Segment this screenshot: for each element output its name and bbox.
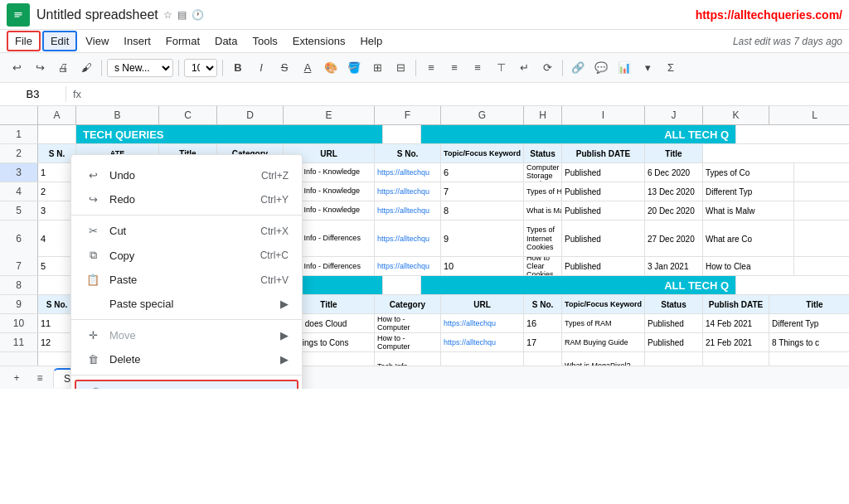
cell-name-box[interactable]: B3 [0,86,66,102]
cell-11j[interactable]: Published [645,333,703,351]
cell-11f[interactable]: How to - Computer [375,333,441,351]
cell-4g[interactable]: 7 [441,182,524,201]
ctx-cut[interactable]: ✂ Cut Ctrl+X [71,219,302,243]
valign-btn[interactable]: ⊤ [491,58,511,78]
cell-3l[interactable]: Types of Co [703,163,794,182]
menu-view[interactable]: View [79,32,115,50]
history-icon[interactable]: 🕐 [192,9,204,21]
cell-8h[interactable] [383,276,421,294]
cell-5i[interactable]: Published [562,201,645,220]
col-a[interactable]: A [38,106,76,124]
cell-6g[interactable]: 9 [441,220,524,257]
col-j[interactable]: J [645,106,703,124]
star-icon[interactable]: ☆ [163,9,172,21]
cell-7j[interactable]: 3 Jan 2021 [645,257,703,275]
col-c[interactable]: C [159,106,217,124]
formula-input[interactable] [88,86,849,102]
cell-9i[interactable]: Topic/Focus Keyword [562,295,645,313]
size-selector[interactable]: 10 [184,59,217,77]
menu-file[interactable]: File [7,31,41,51]
col-k[interactable]: K [703,106,769,124]
col-g[interactable]: G [441,106,524,124]
ctx-move[interactable]: ✛ Move ▶ [71,323,302,347]
cell-4j[interactable]: 13 Dec 2020 [645,182,703,201]
cell-2g[interactable]: Topic/Focus Keyword [441,144,524,162]
ctx-copy[interactable]: ⧉ Copy Ctrl+C [71,243,302,268]
cell-7f[interactable]: https://alltechqu [375,257,441,275]
col-b[interactable]: B [76,106,159,124]
cell-2h[interactable]: Status [524,144,562,162]
cell-5h[interactable]: What is Malware [524,201,562,220]
cell-10l[interactable]: Different Typ [769,314,849,332]
cell-9l[interactable]: Title [769,295,849,313]
formula-btn[interactable]: Σ [661,58,681,78]
redo-btn[interactable]: ↪ [30,58,50,78]
underline-btn[interactable]: A [298,58,318,78]
cell-10k[interactable]: 14 Feb 2021 [703,314,769,332]
cell-1h[interactable] [383,125,421,143]
menu-format[interactable]: Format [159,32,206,50]
ctx-delete[interactable]: 🗑 Delete ▶ [71,347,302,371]
cell-5j[interactable]: 20 Dec 2020 [645,201,703,220]
cell-3i[interactable]: Published [562,163,645,182]
col-d[interactable]: D [217,106,284,124]
text-wrap-btn[interactable]: ↵ [514,58,534,78]
cell-7l[interactable]: How to Clea [703,257,794,275]
cell-11l[interactable]: 8 Things to c [769,333,849,351]
col-i[interactable]: I [562,106,645,124]
ctx-redo[interactable]: ↪ Redo Ctrl+Y [71,187,302,211]
cell-1a[interactable] [38,125,76,143]
cell-10j[interactable]: Published [645,314,703,332]
cell-3j[interactable]: 6 Dec 2020 [645,163,703,182]
cell-4h[interactable]: Types of Hard Drives [524,182,562,201]
cell-2j[interactable]: Title [645,144,703,162]
cell-9g[interactable]: URL [441,295,524,313]
cell-10i[interactable]: Types of RAM [562,314,645,332]
col-e[interactable]: E [284,106,375,124]
cell-9h[interactable]: S No. [524,295,562,313]
ctx-paste-special[interactable]: Paste special ▶ [71,292,302,316]
undo-btn[interactable]: ↩ [7,58,27,78]
ctx-undo[interactable]: ↩ Undo Ctrl+Z [71,163,302,187]
cell-5g[interactable]: 8 [441,201,524,220]
cell-6j[interactable]: 27 Dec 2020 [645,220,703,257]
merge-btn[interactable]: ⊟ [391,58,410,78]
align-left-btn[interactable]: ≡ [421,58,441,78]
cell-3f[interactable]: https://alltechqu [375,163,441,182]
cell-4i[interactable]: Published [562,182,645,201]
cell-10f[interactable]: How to - Computer [375,314,441,332]
text-color-btn[interactable]: 🎨 [321,58,341,78]
comment-btn[interactable]: 💬 [591,58,611,78]
align-right-btn[interactable]: ≡ [468,58,488,78]
strikethrough-btn[interactable]: S [274,58,294,78]
italic-btn[interactable]: I [251,58,271,78]
chart-btn[interactable]: 📊 [614,58,634,78]
cell-6h[interactable]: Types of Internet Cookies [524,220,562,257]
cell-4l[interactable]: Different Typ [703,182,794,201]
cell-5f[interactable]: https://alltechqu [375,201,441,220]
add-sheet-btn[interactable]: + [7,368,27,388]
col-l[interactable]: L [769,106,849,124]
drive-icon[interactable]: ▤ [177,9,187,21]
cell-9j[interactable]: Status [645,295,703,313]
link-btn[interactable]: 🔗 [568,58,588,78]
cell-7i[interactable]: Published [562,257,645,275]
cell-11h[interactable]: 17 [524,333,562,351]
cell-3g[interactable]: 6 [441,163,524,182]
menu-help[interactable]: Help [353,32,389,50]
cell-3h[interactable]: Types of Computer Storage Devices [524,163,562,182]
paint-format-btn[interactable]: 🖌 [76,58,96,78]
borders-btn[interactable]: ⊞ [367,58,387,78]
cell-7h[interactable]: How to Clear Cookies [524,257,562,275]
watermark-link[interactable]: https://alltechqueries.com/ [696,8,842,22]
col-h[interactable]: H [524,106,562,124]
filter-btn[interactable]: ▾ [638,58,657,78]
cell-10g[interactable]: https://alltechqu [441,314,524,332]
cell-9k[interactable]: Publish DATE [703,295,769,313]
cell-9f[interactable]: Category [375,295,441,313]
sheet-list-btn[interactable]: ≡ [30,368,50,388]
menu-tools[interactable]: Tools [245,32,284,50]
menu-insert[interactable]: Insert [117,32,158,50]
menu-data[interactable]: Data [208,32,244,50]
cell-11i[interactable]: RAM Buying Guide [562,333,645,351]
